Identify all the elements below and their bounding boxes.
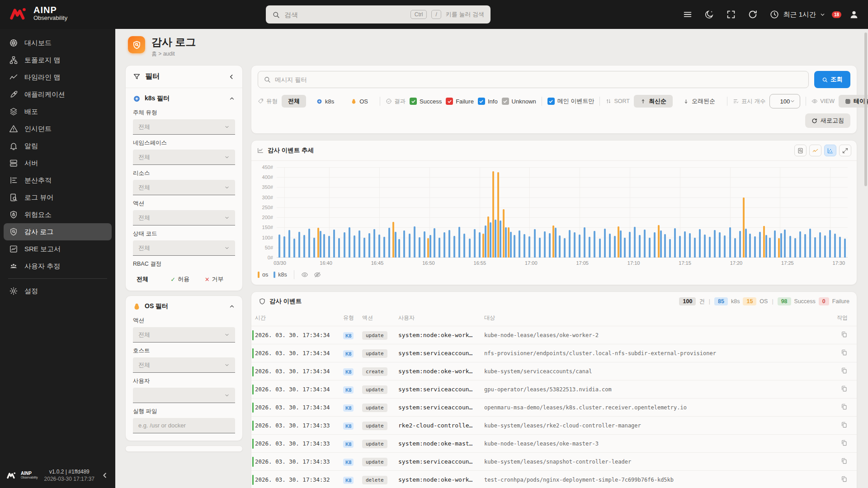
- chart-bucket[interactable]: [557, 167, 562, 258]
- chart-bucket[interactable]: [667, 167, 672, 258]
- chart-bucket[interactable]: [742, 167, 747, 258]
- chart-tool-report-search-button[interactable]: [794, 145, 807, 156]
- dark-mode-icon[interactable]: [704, 9, 714, 19]
- chart-bucket[interactable]: [342, 167, 347, 258]
- table-row[interactable]: 2026. 03. 30. 17:34:32K8deletesystem:nod…: [251, 471, 857, 488]
- sidebar-item-log-viewer[interactable]: 로그 뷰어: [4, 189, 112, 206]
- table-row[interactable]: 2026. 03. 30. 17:34:34K8updatesystem:ser…: [251, 380, 857, 399]
- chart-bucket[interactable]: [537, 167, 542, 258]
- exec-file-input[interactable]: [133, 418, 235, 433]
- chart-bucket[interactable]: [347, 167, 352, 258]
- chart-bucket[interactable]: [627, 167, 632, 258]
- chart-bucket[interactable]: [833, 167, 838, 258]
- sidebar-item-deploy[interactable]: 배포: [4, 103, 112, 120]
- chart-bucket[interactable]: [657, 167, 662, 258]
- os-select-2[interactable]: [133, 388, 235, 403]
- sidebar-item-users[interactable]: 사용자 추정: [4, 258, 112, 275]
- chart-bucket[interactable]: [447, 167, 452, 258]
- chart-bucket[interactable]: [482, 167, 487, 258]
- chart-bucket[interactable]: [812, 167, 817, 258]
- legend-os[interactable]: os: [258, 272, 268, 278]
- chart-bucket[interactable]: [402, 167, 407, 258]
- chart-bucket[interactable]: [763, 167, 768, 258]
- chart-bucket[interactable]: [332, 167, 337, 258]
- global-search-input[interactable]: [284, 11, 406, 19]
- table-row[interactable]: 2026. 03. 30. 17:34:34K8createsystem:nod…: [251, 362, 857, 380]
- chart-bucket[interactable]: [592, 167, 597, 258]
- rbac-option-all[interactable]: 전체: [137, 275, 167, 283]
- chart-bucket[interactable]: [317, 167, 322, 258]
- chart-bucket[interactable]: [587, 167, 592, 258]
- chart-bucket[interactable]: [612, 167, 617, 258]
- chart-bucket[interactable]: [397, 167, 402, 258]
- chart-bucket[interactable]: [642, 167, 647, 258]
- chart-bucket[interactable]: [843, 167, 848, 258]
- chart-bucket[interactable]: [432, 167, 437, 258]
- chart-bucket[interactable]: [372, 167, 377, 258]
- collapsed-panel[interactable]: [125, 446, 243, 452]
- sidebar-item-settings[interactable]: 설정: [4, 282, 112, 300]
- chart-bucket[interactable]: [698, 167, 703, 258]
- sidebar-item-alert[interactable]: 알림: [4, 137, 112, 155]
- k8s-select-1[interactable]: 전체: [133, 150, 235, 165]
- chart-bucket[interactable]: [407, 167, 412, 258]
- result-unknown-checkbox[interactable]: Unknown: [502, 98, 536, 105]
- refresh-button[interactable]: 새로고침: [805, 113, 850, 128]
- rbac-option-deny[interactable]: ✕거부: [205, 275, 235, 283]
- chart-bucket[interactable]: [472, 167, 477, 258]
- chart-bucket[interactable]: [652, 167, 657, 258]
- chart-bucket[interactable]: [462, 167, 467, 258]
- copy-icon[interactable]: [840, 421, 848, 428]
- eye-off-icon[interactable]: [314, 271, 321, 278]
- chart-bucket[interactable]: [712, 167, 717, 258]
- chart-bucket[interactable]: [778, 167, 783, 258]
- chart-bucket[interactable]: [327, 167, 332, 258]
- chart-bucket[interactable]: [382, 167, 387, 258]
- chart-bucket[interactable]: [362, 167, 367, 258]
- table-row[interactable]: 2026. 03. 30. 17:34:33K8updaterke2-cloud…: [251, 417, 857, 435]
- chart-bucket[interactable]: [752, 167, 757, 258]
- chart-bucket[interactable]: [768, 167, 773, 258]
- menu-icon[interactable]: [683, 9, 693, 19]
- sidebar-item-risk[interactable]: 위험요소: [4, 206, 112, 223]
- chart-bucket[interactable]: [577, 167, 582, 258]
- main-events-only-checkbox[interactable]: 메인 이벤트만: [547, 97, 594, 105]
- chart-bucket[interactable]: [727, 167, 732, 258]
- chart-tool-trend-line-button[interactable]: [809, 145, 821, 156]
- chart-bucket[interactable]: [692, 167, 697, 258]
- type-k8s-chip[interactable]: k8s: [310, 96, 340, 107]
- chart-bucket[interactable]: [703, 167, 708, 258]
- copy-icon[interactable]: [840, 385, 848, 392]
- chart-bucket[interactable]: [647, 167, 652, 258]
- chart-bucket[interactable]: [682, 167, 687, 258]
- sidebar-item-server[interactable]: 서버: [4, 155, 112, 172]
- chart-bucket[interactable]: [412, 167, 417, 258]
- chart-bucket[interactable]: [352, 167, 357, 258]
- chart-bucket[interactable]: [297, 167, 302, 258]
- message-filter[interactable]: [258, 71, 809, 88]
- user-avatar-icon[interactable]: [849, 9, 859, 19]
- sidebar-item-sre-report[interactable]: SRE 보고서: [4, 240, 112, 258]
- sidebar-item-dashboard[interactable]: 대시보드: [4, 34, 112, 52]
- chart-bucket[interactable]: [552, 167, 557, 258]
- chart-bucket[interactable]: [457, 167, 462, 258]
- chart-bucket[interactable]: [773, 167, 778, 258]
- chart-bucket[interactable]: [677, 167, 682, 258]
- chart-bucket[interactable]: [632, 167, 637, 258]
- sidebar-item-incident[interactable]: 인시던트: [4, 120, 112, 137]
- chart-bucket[interactable]: [487, 167, 492, 258]
- breadcrumb[interactable]: 홈 > audit: [151, 50, 196, 58]
- chart-bucket[interactable]: [477, 167, 482, 258]
- result-success-checkbox[interactable]: Success: [410, 98, 442, 105]
- chart-bucket[interactable]: [292, 167, 297, 258]
- filter-collapse-icon[interactable]: [228, 73, 235, 80]
- chart-bucket[interactable]: [547, 167, 552, 258]
- copy-icon[interactable]: [840, 475, 848, 483]
- chevron-up-icon[interactable]: [229, 95, 235, 102]
- chart-bucket[interactable]: [572, 167, 577, 258]
- chart-bucket[interactable]: [287, 167, 292, 258]
- chart-bucket[interactable]: [722, 167, 727, 258]
- eye-icon[interactable]: [301, 271, 308, 278]
- chart-bucket[interactable]: [492, 167, 497, 258]
- chart-bucket[interactable]: [717, 167, 722, 258]
